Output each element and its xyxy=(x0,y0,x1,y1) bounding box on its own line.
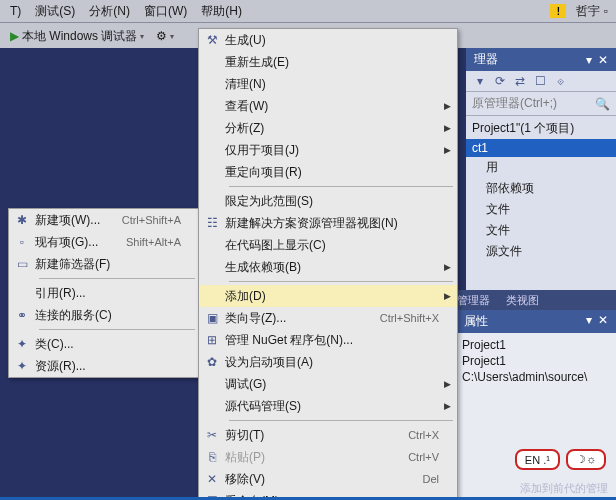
pane-title: 属性▾✕ xyxy=(456,310,616,333)
menu-item[interactable]: ▣类向导(Z)...Ctrl+Shift+X xyxy=(199,307,457,329)
prop-row[interactable]: Project1 xyxy=(462,337,610,353)
menu-item-label: 类(C)... xyxy=(35,336,199,353)
menu-item-label: 清理(N) xyxy=(225,76,457,93)
menu-item[interactable]: 生成依赖项(B)▶ xyxy=(199,256,457,278)
menu-item[interactable]: 帮助(H) xyxy=(195,1,248,22)
menu-item-label: 剪切(T) xyxy=(225,427,408,444)
project-node[interactable]: ct1 xyxy=(466,139,616,157)
menu-item[interactable]: ✦资源(R)... xyxy=(9,355,199,377)
toolbar-button[interactable]: ⚙ ▾ xyxy=(150,29,180,43)
menu-item-icon: ▭ xyxy=(9,257,35,271)
menu-item-icon: ⚒ xyxy=(199,33,225,47)
prop-row[interactable]: C:\Users\admin\source\ xyxy=(462,369,610,385)
menu-item[interactable]: 分析(Z)▶ xyxy=(199,117,457,139)
menu-item-label: 引用(R)... xyxy=(35,285,199,302)
menu-item[interactable]: ✕移除(V)Del xyxy=(199,468,457,490)
tool-icon[interactable]: ⟳ xyxy=(492,74,508,88)
menu-item[interactable]: 在代码图上显示(C) xyxy=(199,234,457,256)
tool-icon[interactable]: ☐ xyxy=(532,74,548,88)
shortcut: Ctrl+Shift+A xyxy=(122,214,199,226)
ime-badges: EN .¹ ☽☼ xyxy=(515,449,606,470)
search-box[interactable]: 原管理器(Ctrl+;)🔍 xyxy=(466,92,616,116)
menu-item[interactable]: ⚒生成(U) xyxy=(199,29,457,51)
menu-item-icon: ✦ xyxy=(9,359,35,373)
menu-item-label: 仅用于项目(J) xyxy=(225,142,444,159)
tab[interactable]: 类视图 xyxy=(498,290,547,310)
menu-item[interactable]: ⊞管理 NuGet 程序包(N)... xyxy=(199,329,457,351)
solution-explorer: 理器▾✕ ▾⟳⇄☐⟐ 原管理器(Ctrl+;)🔍 Project1"(1 个项目… xyxy=(466,48,616,290)
menu-item[interactable]: ⚭连接的服务(C) xyxy=(9,304,199,326)
menu-item-icon: ✱ xyxy=(9,213,35,227)
submenu-arrow-icon: ▶ xyxy=(444,145,457,155)
menu-item[interactable]: ✦类(C)... xyxy=(9,333,199,355)
tool-icon[interactable]: ▾ xyxy=(472,74,488,88)
menu-item-icon: ✕ xyxy=(199,472,225,486)
menu-item[interactable]: 调试(G)▶ xyxy=(199,373,457,395)
menu-item[interactable]: 限定为此范围(S) xyxy=(199,190,457,212)
dropdown-icon[interactable]: ▾ xyxy=(586,53,592,67)
menu-item[interactable]: 测试(S) xyxy=(29,1,81,22)
menu-item[interactable]: ▭新建筛选器(F) xyxy=(9,253,199,275)
dropdown-icon[interactable]: ▾ xyxy=(586,313,592,330)
menu-item[interactable]: ☷新建解决方案资源管理器视图(N) xyxy=(199,212,457,234)
shortcut: Ctrl+X xyxy=(408,429,457,441)
menu-item[interactable]: 重新生成(E) xyxy=(199,51,457,73)
context-menu: ⚒生成(U)重新生成(E)清理(N)查看(W)▶分析(Z)▶仅用于项目(J)▶重… xyxy=(198,28,458,500)
submenu-arrow-icon: ▶ xyxy=(444,101,457,111)
properties-pane: 属性▾✕ Project1 Project1 C:\Users\admin\so… xyxy=(456,310,616,500)
menu-item[interactable]: ▫现有项(G)...Shift+Alt+A xyxy=(9,231,199,253)
menu-item[interactable]: 窗口(W) xyxy=(138,1,193,22)
menu-item[interactable]: 仅用于项目(J)▶ xyxy=(199,139,457,161)
user-label[interactable]: 哲宇 ▫ xyxy=(568,3,616,20)
menu-item-icon: ⎘ xyxy=(199,450,225,464)
tree-item[interactable]: 部依赖项 xyxy=(466,178,616,199)
warning-icon[interactable]: ! xyxy=(550,4,566,18)
solution-node[interactable]: Project1"(1 个项目) xyxy=(466,118,616,139)
menubar: T) 测试(S) 分析(N) 窗口(W) 帮助(H) ! 哲宇 ▫ xyxy=(0,0,616,22)
menu-item[interactable]: 源代码管理(S)▶ xyxy=(199,395,457,417)
close-icon[interactable]: ✕ xyxy=(598,313,608,330)
menu-item-icon: ▣ xyxy=(199,311,225,325)
menu-item-label: 重定向项目(R) xyxy=(225,164,457,181)
shortcut: Shift+Alt+A xyxy=(126,236,199,248)
menu-item-label: 现有项(G)... xyxy=(35,234,126,251)
menu-item-label: 添加(D) xyxy=(225,288,444,305)
menu-item-icon: ✦ xyxy=(9,337,35,351)
submenu-arrow-icon: ▶ xyxy=(444,379,457,389)
shortcut: Ctrl+V xyxy=(408,451,457,463)
menu-item[interactable]: ✿设为启动项目(A) xyxy=(199,351,457,373)
menu-item-label: 新建解决方案资源管理器视图(N) xyxy=(225,215,457,232)
tree-item[interactable]: 源文件 xyxy=(466,241,616,262)
menu-item[interactable]: ⎘粘贴(P)Ctrl+V xyxy=(199,446,457,468)
debugger-dropdown[interactable]: ▶本地 Windows 调试器 ▾ xyxy=(4,28,150,45)
tree-item[interactable]: 文件 xyxy=(466,220,616,241)
search-icon: 🔍 xyxy=(595,97,610,111)
theme-badge[interactable]: ☽☼ xyxy=(566,449,606,470)
menu-item[interactable]: ✱新建项(W)...Ctrl+Shift+A xyxy=(9,209,199,231)
workspace: 理器▾✕ ▾⟳⇄☐⟐ 原管理器(Ctrl+;)🔍 Project1"(1 个项目… xyxy=(0,48,616,500)
menu-item[interactable]: 清理(N) xyxy=(199,73,457,95)
prop-row[interactable]: Project1 xyxy=(462,353,610,369)
menu-item-icon: ⊞ xyxy=(199,333,225,347)
menu-item-label: 新建筛选器(F) xyxy=(35,256,199,273)
menu-item-label: 限定为此范围(S) xyxy=(225,193,457,210)
menu-item-icon: ✂ xyxy=(199,428,225,442)
tool-icon[interactable]: ⇄ xyxy=(512,74,528,88)
close-icon[interactable]: ✕ xyxy=(598,53,608,67)
menu-item[interactable]: 查看(W)▶ xyxy=(199,95,457,117)
menu-item-label: 管理 NuGet 程序包(N)... xyxy=(225,332,457,349)
menu-item[interactable]: 分析(N) xyxy=(83,1,136,22)
menu-item-label: 连接的服务(C) xyxy=(35,307,199,324)
lang-badge[interactable]: EN .¹ xyxy=(515,449,560,470)
solution-toolbar: ▾⟳⇄☐⟐ xyxy=(466,71,616,92)
menu-item[interactable]: 引用(R)... xyxy=(9,282,199,304)
menu-item[interactable]: ✂剪切(T)Ctrl+X xyxy=(199,424,457,446)
menu-item[interactable]: 重定向项目(R) xyxy=(199,161,457,183)
menu-item-label: 类向导(Z)... xyxy=(225,310,380,327)
tree-item[interactable]: 文件 xyxy=(466,199,616,220)
menu-item[interactable]: T) xyxy=(4,2,27,20)
tool-icon[interactable]: ⟐ xyxy=(552,74,568,88)
menu-item[interactable]: 添加(D)▶ xyxy=(199,285,457,307)
shortcut: Del xyxy=(422,473,457,485)
tree-item[interactable]: 用 xyxy=(466,157,616,178)
